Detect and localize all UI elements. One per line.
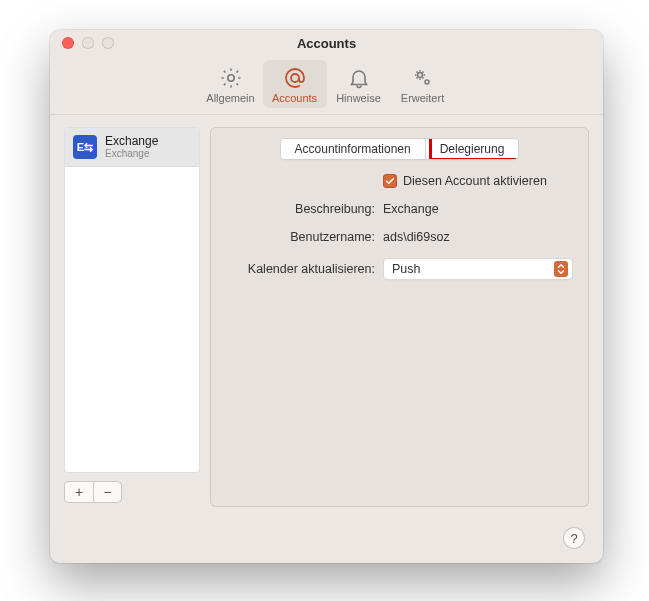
at-icon <box>283 66 307 90</box>
account-form: Diesen Account aktivieren Beschreibung: … <box>225 174 574 280</box>
account-name: Exchange <box>105 135 158 148</box>
zoom-icon[interactable] <box>102 37 114 49</box>
svg-point-2 <box>417 73 422 78</box>
detail-panel: Accountinformationen Delegierung Diesen … <box>210 127 589 507</box>
remove-button[interactable]: − <box>93 482 121 502</box>
svg-point-3 <box>425 80 429 84</box>
close-icon[interactable] <box>62 37 74 49</box>
account-labels: Exchange Exchange <box>105 135 158 159</box>
chevron-updown-icon <box>554 261 568 277</box>
list-controls: + − <box>64 481 200 503</box>
select-value: Push <box>392 262 421 276</box>
account-subtitle: Exchange <box>105 148 158 159</box>
window-title: Accounts <box>50 36 603 51</box>
username-label: Benutzername: <box>225 230 375 244</box>
description-label: Beschreibung: <box>225 202 375 216</box>
content-area: E⇆ Exchange Exchange + − Accountinformat… <box>50 115 603 563</box>
calendar-label: Kalender aktualisieren: <box>225 262 375 276</box>
toolbar-label: Accounts <box>272 92 317 104</box>
gears-icon <box>411 66 435 90</box>
preferences-window: Accounts Allgemein Accounts Hinweise Erw… <box>50 30 603 563</box>
titlebar: Accounts <box>50 30 603 56</box>
gear-icon <box>219 66 243 90</box>
help-icon: ? <box>570 531 577 546</box>
tab-delegation[interactable]: Delegierung <box>425 139 519 159</box>
traffic-lights <box>50 37 114 49</box>
svg-point-1 <box>291 74 299 82</box>
description-value: Exchange <box>383 202 574 216</box>
add-button[interactable]: + <box>65 482 93 502</box>
toolbar-item-accounts[interactable]: Accounts <box>263 60 327 108</box>
toolbar-label: Hinweise <box>336 92 381 104</box>
sidebar-column: E⇆ Exchange Exchange + − <box>64 127 200 563</box>
calendar-select[interactable]: Push <box>383 258 573 280</box>
tab-account-info[interactable]: Accountinformationen <box>281 139 425 159</box>
detail-tabs: Accountinformationen Delegierung <box>225 138 574 160</box>
toolbar: Allgemein Accounts Hinweise Erweitert <box>50 56 603 115</box>
toolbar-item-notifications[interactable]: Hinweise <box>327 60 391 108</box>
username-value: ads\di69soz <box>383 230 574 244</box>
activate-row[interactable]: Diesen Account aktivieren <box>383 174 574 188</box>
add-remove-segment: + − <box>64 481 122 503</box>
segment-control: Accountinformationen Delegierung <box>280 138 520 160</box>
account-list[interactable]: E⇆ Exchange Exchange <box>64 127 200 473</box>
account-list-item[interactable]: E⇆ Exchange Exchange <box>65 128 199 167</box>
minimize-icon[interactable] <box>82 37 94 49</box>
checkbox-checked-icon[interactable] <box>383 174 397 188</box>
toolbar-label: Erweitert <box>401 92 444 104</box>
activate-label: Diesen Account aktivieren <box>403 174 547 188</box>
exchange-icon: E⇆ <box>73 135 97 159</box>
bell-icon <box>347 66 371 90</box>
toolbar-label: Allgemein <box>206 92 254 104</box>
toolbar-item-general[interactable]: Allgemein <box>199 60 263 108</box>
svg-point-0 <box>227 75 233 81</box>
help-button[interactable]: ? <box>563 527 585 549</box>
toolbar-item-advanced[interactable]: Erweitert <box>391 60 455 108</box>
